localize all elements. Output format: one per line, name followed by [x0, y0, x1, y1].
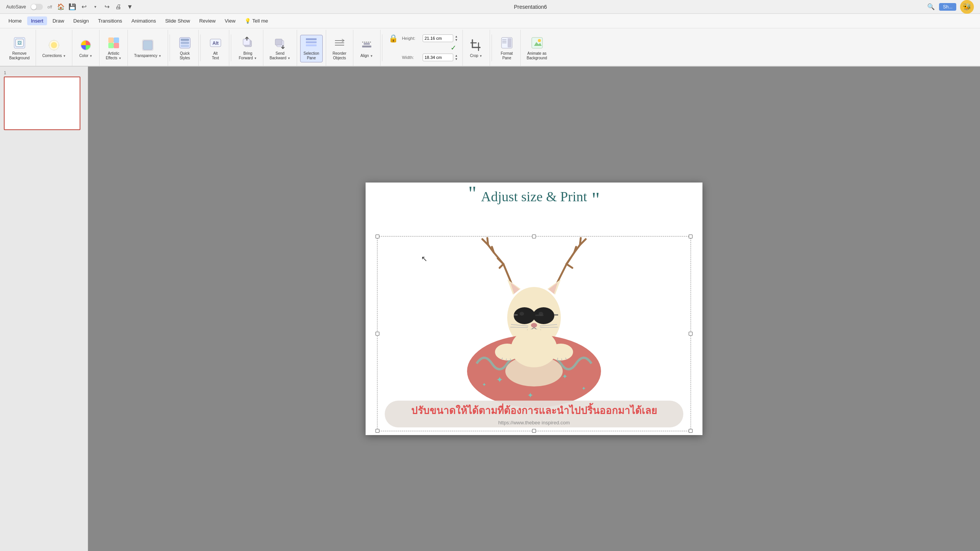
share-button[interactable]: Sh... — [939, 3, 956, 11]
svg-rect-30 — [306, 41, 317, 43]
svg-rect-37 — [362, 46, 371, 47]
remove-background-button[interactable]: 🖼 RemoveBackground — [6, 35, 33, 62]
ribbon-group-quick-styles: QuickStyles — [172, 30, 199, 66]
title-bar-left: AutoSave off 🏠 💾 ↩ ▼ ↪ 🖨 ▼ — [6, 3, 134, 11]
ribbon-sep-1 — [170, 34, 170, 61]
menu-transitions[interactable]: Transitions — [94, 16, 126, 25]
corrections-button[interactable]: Corrections ▼ — [39, 37, 69, 60]
menu-review[interactable]: Review — [195, 16, 219, 25]
align-button[interactable]: Align ▼ — [356, 37, 377, 60]
color-button[interactable]: Color ▼ — [75, 37, 96, 60]
title-bar-right: 🔍 Sh... 🐝 — [927, 0, 974, 14]
svg-line-80 — [510, 327, 528, 328]
slide-header: " Adjust size & Print " — [453, 183, 615, 208]
print-icon[interactable]: 🖨 — [114, 3, 122, 11]
website-url: https://www.thebee inspired.com — [498, 420, 570, 425]
crop-button[interactable]: Crop ▼ — [466, 37, 487, 60]
svg-line-64 — [567, 264, 572, 268]
format-pane-icon — [501, 37, 513, 51]
notification-bar: ปรับขนาดให้ได้ตามที่ต้องการและนำไปปริ้นอ… — [385, 401, 683, 427]
home-icon[interactable]: 🏠 — [57, 3, 65, 11]
svg-line-92 — [506, 359, 506, 361]
svg-text:✦: ✦ — [562, 373, 568, 380]
reorder-objects-button[interactable]: ReorderObjects — [329, 35, 350, 62]
ribbon-group-selection-pane: SelectionPane — [297, 30, 326, 66]
svg-point-76 — [519, 312, 524, 316]
send-backward-icon — [274, 37, 286, 51]
save-icon[interactable]: 💾 — [68, 3, 77, 11]
quick-styles-icon — [179, 37, 191, 51]
thai-text: ปรับขนาดให้ได้ตามที่ต้องการและนำไปปริ้นอ… — [411, 403, 657, 418]
open-quote: " — [468, 184, 476, 204]
svg-line-56 — [487, 238, 488, 245]
format-pane-button[interactable]: FormatPane — [497, 35, 517, 62]
ribbon-sep-3 — [231, 34, 231, 61]
quick-styles-button[interactable]: QuickStyles — [175, 35, 195, 62]
corrections-icon — [48, 39, 60, 53]
bring-forward-label: BringForward ▼ — [239, 51, 257, 60]
svg-line-93 — [510, 359, 511, 361]
menu-design[interactable]: Design — [70, 16, 93, 25]
slide-canvas[interactable]: " Adjust size & Print " — [366, 183, 702, 435]
ribbon-sep-5 — [492, 34, 492, 61]
remove-bg-icon: 🖼 — [13, 37, 26, 51]
width-stepper[interactable]: ▲▼ — [455, 54, 458, 61]
ribbon-group-reorder: ReorderObjects — [326, 30, 353, 66]
svg-text:Alt: Alt — [212, 41, 219, 46]
ribbon-group-corrections: Corrections ▼ — [36, 30, 72, 66]
transparency-label: Transparency ▼ — [134, 54, 161, 58]
svg-rect-16 — [143, 41, 152, 50]
menu-animations[interactable]: Animations — [127, 16, 160, 25]
title-bar: AutoSave off 🏠 💾 ↩ ▼ ↪ 🖨 ▼ Presentation6… — [0, 0, 980, 14]
checkmark-icon: ✓ — [451, 44, 456, 52]
alt-text-icon: Alt — [209, 37, 222, 51]
menu-tellme[interactable]: 💡Tell me — [241, 16, 272, 25]
artistic-effects-button[interactable]: ArtisticEffects ▼ — [103, 35, 124, 62]
crop-icon — [470, 39, 482, 53]
svg-text:🖼: 🖼 — [17, 40, 22, 46]
selection-pane-icon — [305, 37, 317, 51]
slide-thumbnail[interactable] — [4, 77, 80, 130]
transparency-button[interactable]: Transparency ▼ — [131, 37, 164, 60]
menu-bar: Home Insert Draw Design Transitions Anim… — [0, 14, 980, 28]
svg-rect-29 — [306, 38, 317, 40]
ribbon-group-color: Color ▼ — [72, 30, 100, 66]
height-input[interactable] — [423, 34, 453, 42]
ribbon-group-bring-forward: BringForward ▼ — [233, 30, 263, 66]
menu-view[interactable]: View — [221, 16, 239, 25]
menu-home[interactable]: Home — [5, 16, 26, 25]
undo-icon[interactable]: ↩ — [80, 3, 88, 11]
reorder-icon — [333, 37, 346, 51]
width-input[interactable] — [423, 54, 453, 61]
more-icon[interactable]: ▼ — [126, 3, 134, 11]
toolbar-icons: 🏠 💾 ↩ ▼ ↪ 🖨 ▼ — [57, 3, 134, 11]
redo-icon[interactable]: ↪ — [103, 3, 111, 11]
width-field-label: Width: — [402, 55, 421, 60]
menu-insert[interactable]: Insert — [27, 16, 47, 25]
send-backward-button[interactable]: SendBackward ▼ — [266, 35, 294, 62]
close-quote: " — [592, 190, 600, 210]
search-icon[interactable]: 🔍 — [927, 3, 935, 11]
animate-bg-button[interactable]: Animate asBackground — [524, 35, 550, 62]
ribbon-sep-4 — [382, 34, 382, 61]
svg-rect-19 — [181, 42, 189, 44]
bring-forward-button[interactable]: BringForward ▼ — [236, 35, 260, 62]
slide-number: 1 — [4, 70, 84, 75]
svg-text:✦: ✦ — [496, 375, 503, 385]
selection-pane-button[interactable]: SelectionPane — [300, 35, 323, 62]
menu-slideshow[interactable]: Slide Show — [161, 16, 194, 25]
ribbon-group-send-backward: SendBackward ▼ — [263, 30, 297, 66]
svg-point-71 — [514, 307, 535, 324]
svg-rect-18 — [181, 39, 189, 41]
height-stepper[interactable]: ▲▼ — [455, 35, 458, 42]
alt-text-button[interactable]: Alt AltText — [205, 35, 226, 62]
svg-rect-13 — [108, 43, 114, 48]
svg-rect-12 — [114, 37, 119, 43]
menu-draw[interactable]: Draw — [49, 16, 68, 25]
undo-dropdown-icon[interactable]: ▼ — [91, 3, 100, 11]
alt-text-label: AltText — [212, 51, 219, 60]
cat-illustration: ✦ ✦ ✦ ✦ ✦ — [454, 241, 614, 402]
artistic-label: ArtisticEffects ▼ — [106, 51, 121, 60]
autosave-toggle[interactable] — [31, 4, 43, 10]
svg-rect-11 — [108, 37, 114, 43]
